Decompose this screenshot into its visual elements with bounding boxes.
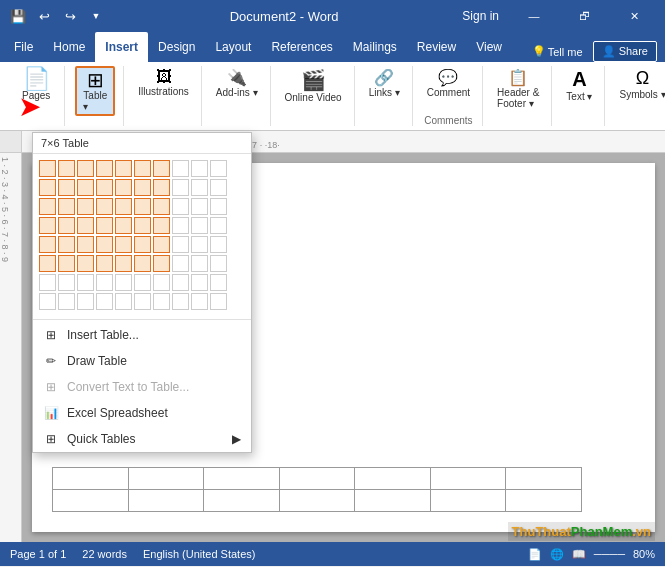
picker-cell[interactable] [191,236,208,253]
picker-cell[interactable] [134,198,151,215]
picker-cell[interactable] [210,293,227,310]
picker-cell[interactable] [77,293,94,310]
tab-design[interactable]: Design [148,32,205,62]
menu-item-quick-tables[interactable]: ⊞ Quick Tables ▶ [33,426,251,452]
addins-button[interactable]: 🔌 Add-ins ▾ [212,66,262,100]
picker-cell[interactable] [210,236,227,253]
redo-icon[interactable]: ↪ [60,6,80,26]
picker-cell[interactable] [77,255,94,272]
minimize-button[interactable]: — [511,0,557,32]
picker-cell[interactable] [134,293,151,310]
picker-cell[interactable] [115,179,132,196]
qat-dropdown-icon[interactable]: ▼ [86,6,106,26]
picker-cell[interactable] [77,160,94,177]
view-read-icon[interactable]: 📖 [572,548,586,561]
illustrations-button[interactable]: 🖼 Illustrations [134,66,193,99]
picker-cell[interactable] [210,179,227,196]
picker-cell[interactable] [134,236,151,253]
picker-cell[interactable] [115,236,132,253]
picker-cell[interactable] [210,198,227,215]
picker-cell[interactable] [191,198,208,215]
picker-cell[interactable] [134,160,151,177]
picker-cell[interactable] [191,293,208,310]
menu-item-insert-table[interactable]: ⊞ Insert Table... [33,322,251,348]
picker-cell[interactable] [96,293,113,310]
tab-layout[interactable]: Layout [205,32,261,62]
picker-cell[interactable] [210,255,227,272]
text-button[interactable]: A Text ▾ [562,66,596,104]
picker-cell[interactable] [172,293,189,310]
picker-cell[interactable] [39,217,56,234]
picker-cell[interactable] [58,160,75,177]
tab-review[interactable]: Review [407,32,466,62]
picker-cell[interactable] [172,236,189,253]
picker-cell[interactable] [39,179,56,196]
picker-cell[interactable] [134,179,151,196]
menu-item-excel[interactable]: 📊 Excel Spreadsheet [33,400,251,426]
picker-cell[interactable] [115,198,132,215]
picker-cell[interactable] [96,255,113,272]
picker-cell[interactable] [153,160,170,177]
picker-cell[interactable] [153,255,170,272]
picker-cell[interactable] [39,160,56,177]
picker-cell[interactable] [210,217,227,234]
picker-cell[interactable] [39,293,56,310]
picker-cell[interactable] [191,179,208,196]
picker-cell[interactable] [134,255,151,272]
links-button[interactable]: 🔗 Links ▾ [365,66,404,100]
picker-cell[interactable] [172,160,189,177]
tab-mailings[interactable]: Mailings [343,32,407,62]
zoom-level[interactable]: 80% [633,548,655,560]
restore-button[interactable]: 🗗 [561,0,607,32]
picker-cell[interactable] [77,274,94,291]
picker-cell[interactable] [153,274,170,291]
picker-cell[interactable] [191,160,208,177]
picker-cell[interactable] [96,179,113,196]
picker-cell[interactable] [39,274,56,291]
tab-file[interactable]: File [4,32,43,62]
picker-cell[interactable] [96,198,113,215]
view-web-icon[interactable]: 🌐 [550,548,564,561]
picker-cell[interactable] [134,274,151,291]
picker-cell[interactable] [115,293,132,310]
picker-cell[interactable] [77,236,94,253]
comment-button[interactable]: 💬 Comment [423,66,474,100]
tab-view[interactable]: View [466,32,512,62]
menu-item-draw-table[interactable]: ✏ Draw Table [33,348,251,374]
picker-cell[interactable] [191,274,208,291]
tab-references[interactable]: References [261,32,342,62]
header-footer-button[interactable]: 📋 Header &Footer ▾ [493,66,543,111]
picker-cell[interactable] [134,217,151,234]
signin-link[interactable]: Sign in [462,9,499,23]
picker-cell[interactable] [210,274,227,291]
picker-cell[interactable] [191,217,208,234]
picker-cell[interactable] [172,198,189,215]
picker-cell[interactable] [115,274,132,291]
save-icon[interactable]: 💾 [8,6,28,26]
symbols-button[interactable]: Ω Symbols ▾ [615,66,665,102]
picker-cell[interactable] [96,274,113,291]
picker-cell[interactable] [115,217,132,234]
picker-cell[interactable] [115,255,132,272]
picker-cell[interactable] [172,255,189,272]
picker-cell[interactable] [58,293,75,310]
picker-cell[interactable] [96,236,113,253]
picker-cell[interactable] [153,179,170,196]
tell-me-box[interactable]: 💡 Tell me [532,45,583,58]
picker-cell[interactable] [153,236,170,253]
picker-cell[interactable] [153,293,170,310]
zoom-slider[interactable]: ──── [594,548,625,560]
picker-cell[interactable] [39,255,56,272]
picker-cell[interactable] [172,217,189,234]
picker-cell[interactable] [58,274,75,291]
undo-icon[interactable]: ↩ [34,6,54,26]
view-print-icon[interactable]: 📄 [528,548,542,561]
table-picker[interactable] [33,154,251,317]
picker-cell[interactable] [191,255,208,272]
tab-home[interactable]: Home [43,32,95,62]
picker-cell[interactable] [153,217,170,234]
picker-cell[interactable] [77,198,94,215]
picker-cell[interactable] [58,198,75,215]
picker-cell[interactable] [96,217,113,234]
picker-cell[interactable] [39,236,56,253]
